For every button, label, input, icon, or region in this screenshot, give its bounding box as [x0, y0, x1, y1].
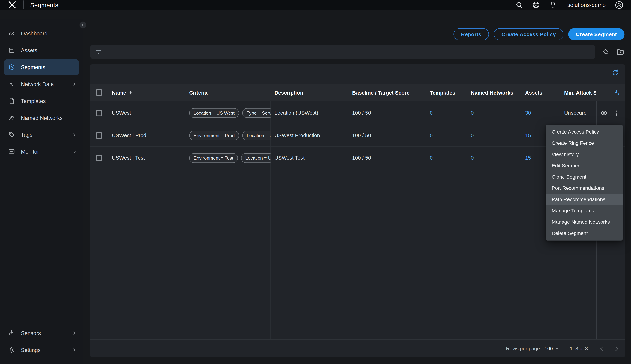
menu-item-delete-segment[interactable]: Delete Segment	[546, 228, 622, 239]
saved-filters-folder-icon[interactable]	[616, 48, 625, 56]
sidebar-item-monitor[interactable]: Monitor	[0, 143, 83, 160]
download-icon[interactable]	[612, 89, 620, 96]
sidebar-item-label: Sensors	[21, 330, 41, 336]
sidebar-item-network-data[interactable]: Network Data	[0, 76, 83, 92]
column-header-min-attack-surface[interactable]: Min. Attack S	[560, 90, 596, 96]
rows-per-page-select[interactable]: 100	[544, 346, 559, 351]
star-icon[interactable]	[602, 48, 610, 56]
select-all-checkbox[interactable]	[96, 89, 102, 96]
sidebar: Dashboard Assets Segments Network Data	[0, 19, 83, 364]
column-header-templates[interactable]: Templates	[426, 90, 467, 96]
cell-description: Location (USWest)	[271, 110, 348, 116]
cell-named-networks-count[interactable]: 0	[467, 132, 521, 138]
criteria-chip[interactable]: Location = US	[242, 130, 271, 140]
cell-templates-count[interactable]: 0	[426, 155, 467, 161]
chevron-right-icon	[72, 132, 77, 138]
prev-page-button[interactable]	[598, 345, 605, 352]
sidebar-item-dashboard[interactable]: Dashboard	[0, 25, 83, 42]
sidebar-item-segments[interactable]: Segments	[4, 59, 79, 75]
sidebar-collapse-button[interactable]	[80, 22, 86, 28]
segments-icon	[8, 64, 15, 71]
row-checkbox[interactable]	[96, 132, 102, 138]
topbar: Segments solutions-demo	[0, 0, 631, 10]
cell-named-networks-count[interactable]: 0	[467, 110, 521, 116]
criteria-chip[interactable]: Location = US West	[189, 108, 239, 118]
refresh-icon[interactable]	[611, 69, 619, 77]
menu-item-manage-templates[interactable]: Manage Templates	[546, 205, 622, 216]
criteria-chip[interactable]: Type = Server	[242, 108, 270, 118]
menu-item-create-access-policy[interactable]: Create Access Policy	[546, 126, 622, 138]
sidebar-item-label: Settings	[21, 347, 41, 353]
sidebar-item-label: Segments	[21, 64, 46, 70]
sidebar-item-label: Assets	[21, 47, 37, 53]
cell-named-networks-count[interactable]: 0	[467, 155, 521, 161]
sidebar-item-assets[interactable]: Assets	[0, 42, 83, 59]
criteria-chip[interactable]: Environment = Test	[189, 153, 238, 163]
column-header-baseline-target-score[interactable]: Baseline / Target Score	[348, 90, 426, 96]
table-row[interactable]: USWest | Test Environment = Test Locatio…	[90, 147, 625, 169]
menu-item-manage-named-networks[interactable]: Manage Named Networks	[546, 216, 622, 228]
column-header-assets[interactable]: Assets	[521, 90, 560, 96]
table-row[interactable]: USWest | Prod Environment = Prod Locatio…	[90, 124, 625, 147]
topbar-divider	[23, 0, 24, 9]
chevron-right-icon	[72, 330, 77, 336]
account-avatar-icon[interactable]	[614, 0, 623, 9]
column-header-criteria[interactable]: Criteria	[185, 90, 270, 96]
menu-item-port-recommendations[interactable]: Port Recommendations	[546, 182, 622, 194]
settings-gear-icon	[8, 346, 15, 354]
cell-templates-count[interactable]: 0	[426, 110, 467, 116]
view-eye-icon[interactable]	[600, 109, 608, 117]
caret-down-icon	[554, 346, 559, 351]
reports-button[interactable]: Reports	[453, 28, 489, 40]
menu-item-create-ring-fence[interactable]: Create Ring Fence	[546, 138, 622, 149]
criteria-chip[interactable]: Location = US	[241, 153, 270, 163]
sidebar-item-settings[interactable]: Settings	[0, 342, 83, 358]
sidebar-item-templates[interactable]: Templates	[0, 92, 83, 110]
app-logo-icon[interactable]	[7, 0, 17, 10]
monitor-icon	[8, 148, 15, 155]
cell-description: USWest Production	[271, 132, 348, 138]
column-header-named-networks[interactable]: Named Networks	[467, 90, 521, 96]
menu-item-path-recommendations[interactable]: Path Recommendations	[546, 194, 622, 205]
cell-criteria: Environment = Prod Location = US	[185, 130, 270, 140]
table-row[interactable]: USWest Location = US West Type = Server …	[90, 102, 625, 124]
criteria-chip[interactable]: Environment = Prod	[189, 130, 239, 140]
create-segment-button[interactable]: Create Segment	[568, 28, 625, 40]
sidebar-item-tags[interactable]: Tags	[0, 126, 83, 143]
page-title: Segments	[30, 2, 59, 8]
sidebar-item-sensors[interactable]: Sensors	[0, 324, 83, 342]
chevron-right-icon	[72, 347, 77, 353]
column-header-description[interactable]: Description	[271, 90, 348, 96]
sidebar-item-named-networks[interactable]: Named Networks	[0, 109, 83, 126]
page-actions: Reports Create Access Policy Create Segm…	[453, 28, 624, 40]
row-checkbox[interactable]	[96, 110, 102, 116]
cell-criteria: Location = US West Type = Server	[185, 108, 270, 118]
sidebar-item-label: Templates	[21, 98, 46, 104]
next-page-button[interactable]	[613, 345, 620, 352]
cell-score: 100 / 50	[348, 110, 426, 116]
app-root: Segments solutions-demo	[0, 0, 631, 364]
pagination-bar: Rows per page: 100 1–3 of 3	[90, 340, 625, 357]
filter-input[interactable]	[90, 45, 595, 59]
create-access-policy-button[interactable]: Create Access Policy	[494, 28, 563, 40]
notifications-bell-icon[interactable]	[549, 1, 557, 9]
row-context-menu: Create Access Policy Create Ring Fence V…	[546, 125, 622, 240]
menu-item-edit-segment[interactable]: Edit Segment	[546, 160, 622, 172]
search-icon[interactable]	[515, 1, 523, 9]
cell-score: 100 / 50	[348, 132, 426, 138]
sidebar-item-label: Monitor	[21, 149, 39, 155]
row-checkbox[interactable]	[96, 155, 102, 161]
sensors-icon	[8, 330, 15, 337]
menu-item-view-history[interactable]: View history	[546, 149, 622, 160]
cell-criteria: Environment = Test Location = US	[185, 153, 270, 163]
menu-item-clone-segment[interactable]: Clone Segment	[546, 172, 622, 183]
column-header-name[interactable]: Name	[108, 90, 185, 96]
help-lifering-icon[interactable]	[532, 1, 540, 9]
row-menu-kebab-icon[interactable]	[613, 109, 620, 116]
chevron-right-icon	[72, 81, 77, 87]
cell-templates-count[interactable]: 0	[426, 132, 467, 138]
cell-assets-count[interactable]: 30	[521, 110, 560, 116]
segments-table-card: Name Criteria Description Baseline / Tar…	[90, 64, 625, 357]
network-data-icon	[8, 80, 15, 88]
account-name: solutions-demo	[567, 2, 606, 8]
